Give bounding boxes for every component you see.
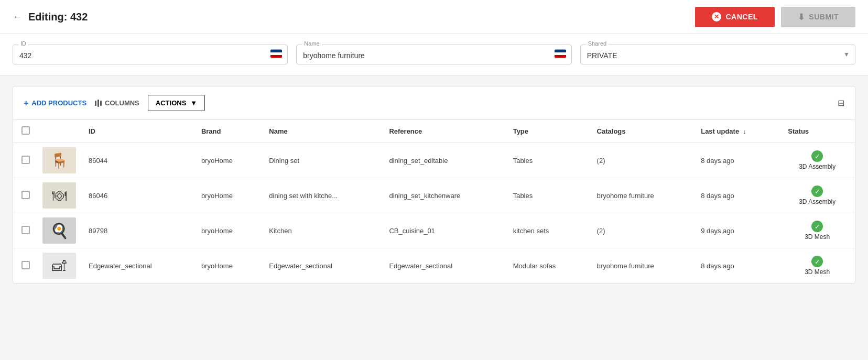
submit-button[interactable]: ⬇ SUBMIT — [781, 7, 855, 27]
row-checkbox[interactable] — [21, 226, 30, 234]
row-catalogs: bryohome furniture — [589, 248, 693, 283]
form-row: ID 432 55 Name bryohome furniture 55 Sha… — [0, 34, 868, 75]
shared-select[interactable]: PRIVATE PUBLIC — [587, 49, 849, 60]
row-reference: Edgewater_sectional — [381, 248, 504, 283]
col-bar-3 — [100, 101, 102, 106]
plus-icon: + — [24, 99, 28, 108]
row-catalogs: bryohome furniture — [589, 178, 693, 213]
id-flag-icon: 55 — [270, 50, 282, 60]
cancel-x-icon: ✕ — [712, 12, 721, 21]
submit-icon: ⬇ — [798, 12, 805, 22]
status-cell: ✓ 3D Assembly — [788, 186, 847, 205]
row-name: Kitchen — [261, 213, 381, 248]
add-products-label: ADD PRODUCTS — [31, 99, 86, 107]
row-checkbox-cell[interactable] — [13, 248, 38, 283]
shared-field-group[interactable]: Shared PRIVATE PUBLIC ▼ — [580, 45, 855, 64]
row-image-cell: 🛋 — [38, 248, 80, 283]
row-catalogs: (2) — [589, 213, 693, 248]
columns-label: COLUMNS — [105, 99, 139, 107]
row-checkbox-cell[interactable] — [13, 213, 38, 248]
table-container: + ADD PRODUCTS COLUMNS ACTIONS ▼ ⊟ ID — [13, 86, 855, 283]
col-brand: Brand — [193, 120, 261, 143]
shared-label: Shared — [586, 40, 609, 47]
col-reference: Reference — [381, 120, 504, 143]
row-brand: bryoHome — [193, 248, 261, 283]
actions-chevron-icon: ▼ — [190, 99, 197, 107]
row-checkbox-cell[interactable] — [13, 178, 38, 213]
columns-button[interactable]: COLUMNS — [95, 99, 139, 107]
row-checkbox-cell[interactable] — [13, 143, 38, 178]
flag: 55 — [270, 50, 282, 58]
row-reference: CB_cuisine_01 — [381, 213, 504, 248]
row-type: Tables — [505, 143, 589, 178]
row-id: Edgewater_sectional — [80, 248, 193, 283]
id-field-group: ID 432 55 — [13, 45, 288, 64]
table-row: 🛋 Edgewater_sectional bryoHome Edgewater… — [13, 248, 855, 283]
row-status: ✓ 3D Assembly — [779, 178, 855, 213]
page-title: Editing: 432 — [28, 11, 88, 23]
submit-label: SUBMIT — [809, 13, 839, 21]
row-brand: bryoHome — [193, 143, 261, 178]
col-last-update[interactable]: Last update ↓ — [692, 120, 779, 143]
cancel-label: CANCEL — [725, 13, 757, 21]
col-image — [38, 120, 80, 143]
row-image-cell: 🪑 — [38, 143, 80, 178]
col-type: Type — [505, 120, 589, 143]
product-thumbnail: 🪑 — [42, 147, 76, 173]
actions-button[interactable]: ACTIONS ▼ — [148, 95, 205, 111]
product-thumbnail: 🛋 — [42, 253, 76, 279]
row-type: Modular sofas — [505, 248, 589, 283]
status-cell: ✓ 3D Mesh — [788, 256, 847, 276]
row-name: Edgewater_sectional — [261, 248, 381, 283]
row-type: Tables — [505, 178, 589, 213]
row-last-update: 8 days ago — [692, 143, 779, 178]
col-status: Status — [779, 120, 855, 143]
name-field-group: Name bryohome furniture 55 — [296, 45, 571, 64]
status-check-icon: ✓ — [811, 150, 823, 162]
row-checkbox[interactable] — [21, 156, 30, 164]
table-row: 🍳 89798 bryoHome Kitchen CB_cuisine_01 k… — [13, 213, 855, 248]
row-checkbox[interactable] — [21, 261, 30, 269]
col-bar-1 — [95, 101, 96, 106]
row-name: Dining set — [261, 143, 381, 178]
col-bar-2 — [97, 100, 99, 107]
id-label: ID — [18, 40, 28, 47]
actions-label: ACTIONS — [156, 99, 187, 107]
status-badge: 3D Assembly — [799, 163, 836, 170]
table-toolbar: + ADD PRODUCTS COLUMNS ACTIONS ▼ ⊟ — [13, 86, 855, 120]
select-all-checkbox[interactable] — [21, 126, 30, 135]
status-cell: ✓ 3D Assembly — [788, 150, 847, 170]
cancel-button[interactable]: ✕ CANCEL — [695, 7, 774, 27]
row-last-update: 9 days ago — [692, 213, 779, 248]
columns-icon — [95, 100, 102, 107]
row-brand: bryoHome — [193, 213, 261, 248]
row-id: 86044 — [80, 143, 193, 178]
col-checkbox[interactable] — [13, 120, 38, 143]
row-image-cell: 🍳 — [38, 213, 80, 248]
flag2: 55 — [555, 50, 566, 58]
col-catalogs: Catalogs — [589, 120, 693, 143]
status-check-icon: ✓ — [811, 256, 823, 267]
status-check-icon: ✓ — [811, 186, 823, 197]
row-checkbox[interactable] — [21, 191, 30, 199]
row-id: 89798 — [80, 213, 193, 248]
chevron-down-icon: ▼ — [843, 51, 850, 58]
row-image-cell: 🍽 — [38, 178, 80, 213]
row-status: ✓ 3D Mesh — [779, 248, 855, 283]
status-check-icon: ✓ — [811, 221, 823, 232]
id-value: 432 — [19, 49, 281, 60]
name-value: bryohome furniture — [303, 49, 565, 60]
status-badge: 3D Assembly — [799, 198, 836, 205]
filter-icon[interactable]: ⊟ — [838, 99, 844, 107]
row-status: ✓ 3D Assembly — [779, 143, 855, 178]
table-row: 🪑 86044 bryoHome Dining set dining_set_e… — [13, 143, 855, 178]
col-name: Name — [261, 120, 381, 143]
row-reference: dining_set_editable — [381, 143, 504, 178]
row-type: kitchen sets — [505, 213, 589, 248]
back-button[interactable]: ← — [13, 12, 22, 23]
header-actions: ✕ CANCEL ⬇ SUBMIT — [695, 7, 855, 27]
add-products-button[interactable]: + ADD PRODUCTS — [24, 99, 86, 108]
page-header: ← Editing: 432 ✕ CANCEL ⬇ SUBMIT — [0, 0, 868, 34]
product-thumbnail: 🍳 — [42, 217, 76, 244]
toolbar-right: ⊟ — [838, 98, 844, 108]
